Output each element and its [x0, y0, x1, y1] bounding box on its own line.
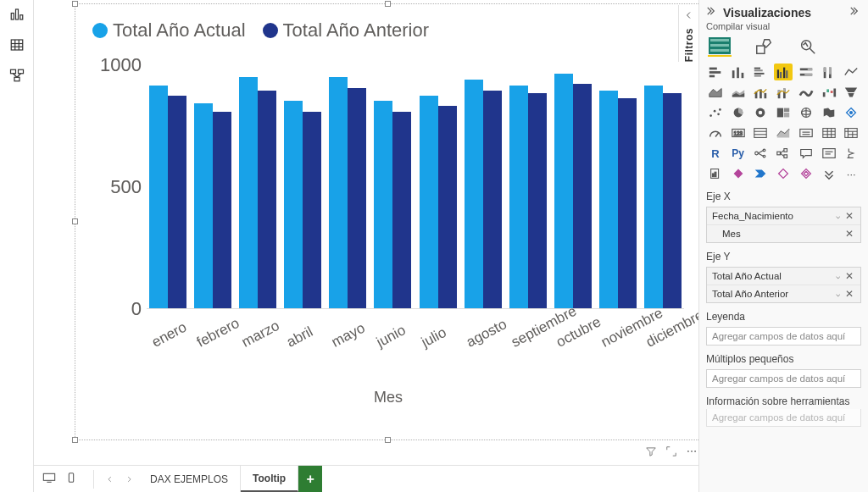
expand-filters-icon[interactable] — [684, 10, 694, 23]
viz-powerapps-icon[interactable] — [729, 165, 748, 182]
viz-powerautomate-icon[interactable] — [751, 165, 770, 182]
viz-line-stacked-column-icon[interactable] — [774, 84, 793, 101]
viz-custom-2-icon[interactable] — [797, 165, 815, 182]
viz-area-icon[interactable] — [706, 84, 725, 101]
focus-mode-icon[interactable] — [665, 445, 677, 460]
viz-kpi-icon[interactable] — [774, 124, 793, 141]
phone-preview-icon[interactable] — [64, 472, 78, 486]
bar-group[interactable] — [236, 77, 278, 308]
viz-filled-map-icon[interactable] — [820, 104, 838, 121]
bar-group[interactable] — [598, 91, 639, 308]
legend-item-1[interactable]: Total Año Actual — [92, 19, 246, 41]
viz-donut-icon[interactable] — [751, 104, 770, 121]
remove-field-icon[interactable]: ✕ — [843, 228, 855, 240]
bar-group[interactable] — [507, 86, 548, 309]
eje-x-well[interactable]: Fecha_Nacimiento ⌵ ✕ Mes ✕ — [706, 207, 861, 243]
bar-group[interactable] — [147, 86, 188, 309]
bar-series-2[interactable] — [392, 112, 411, 309]
remove-field-icon[interactable]: ✕ — [843, 270, 855, 282]
remove-field-icon[interactable]: ✕ — [843, 288, 855, 300]
bar-group[interactable] — [327, 77, 369, 308]
viz-qna-icon[interactable] — [797, 145, 815, 162]
viz-multirow-card-icon[interactable] — [751, 124, 770, 141]
viz-matrix-icon[interactable] — [842, 124, 860, 141]
viz-py-icon[interactable]: Py — [729, 145, 748, 162]
field-total-ano-actual[interactable]: Total Año Actual ⌵ ✕ — [707, 268, 860, 285]
report-view-icon[interactable] — [8, 5, 26, 24]
bar-series-1[interactable] — [420, 96, 438, 308]
data-view-icon[interactable] — [8, 36, 26, 54]
field-mes[interactable]: Mes ✕ — [707, 225, 860, 242]
bar-series-2[interactable] — [663, 93, 682, 308]
viz-tab-analytics[interactable] — [796, 36, 820, 57]
bar-group[interactable] — [643, 86, 684, 309]
viz-line-icon[interactable] — [842, 64, 860, 80]
viz-table-icon[interactable] — [820, 124, 838, 141]
expand-pane-icon[interactable] — [849, 5, 861, 19]
bar-group[interactable] — [192, 103, 233, 308]
viz-card-icon[interactable]: 123 — [729, 124, 748, 141]
bar-series-2[interactable] — [573, 84, 592, 308]
viz-clustered-column-icon[interactable] — [774, 64, 793, 80]
plot-area[interactable] — [147, 47, 684, 309]
legend-item-2[interactable]: Total Año Anterior — [263, 19, 429, 41]
viz-treemap-icon[interactable] — [774, 104, 793, 121]
viz-r-icon[interactable]: R — [706, 145, 725, 162]
bar-series-1[interactable] — [509, 86, 528, 309]
bar-series-1[interactable] — [329, 77, 348, 308]
bar-series-2[interactable] — [438, 106, 457, 308]
canvas-area[interactable]: Total Año Actual Total Año Anterior 1000… — [34, 0, 698, 465]
viz-paginated-report-icon[interactable] — [706, 165, 725, 182]
viz-clustered-bar-icon[interactable] — [751, 64, 770, 80]
bar-series-2[interactable] — [258, 91, 276, 308]
bar-group[interactable] — [282, 101, 324, 308]
viz-key-influencers-icon[interactable] — [751, 145, 770, 162]
bar-series-1[interactable] — [374, 101, 392, 308]
bar-series-2[interactable] — [348, 88, 366, 308]
bar-series-1[interactable] — [644, 86, 663, 309]
chart-visual[interactable]: Total Año Actual Total Año Anterior 1000… — [75, 3, 698, 440]
bar-group[interactable] — [372, 101, 414, 308]
field-fecha-nacimiento[interactable]: Fecha_Nacimiento ⌵ ✕ — [707, 207, 860, 225]
bar-series-1[interactable] — [149, 86, 168, 309]
more-options-icon[interactable] — [686, 445, 698, 460]
add-page-button[interactable]: + — [298, 466, 322, 492]
viz-get-more-icon[interactable] — [820, 165, 838, 182]
viz-tab-build[interactable] — [708, 36, 732, 57]
viz-100-stacked-bar-icon[interactable] — [797, 64, 815, 80]
viz-scatter-icon[interactable] — [706, 104, 725, 121]
viz-smart-narrative-icon[interactable] — [820, 145, 838, 162]
viz-stacked-column-icon[interactable] — [729, 64, 748, 80]
viz-stacked-bar-icon[interactable] — [706, 64, 725, 80]
bar-series-2[interactable] — [483, 91, 502, 308]
bar-group[interactable] — [553, 74, 594, 308]
bar-series-1[interactable] — [465, 80, 483, 308]
tab-dax-ejemplos[interactable]: DAX EJEMPLOS — [138, 466, 241, 492]
viz-more-icon[interactable]: ··· — [842, 165, 860, 182]
bar-series-2[interactable] — [618, 98, 637, 308]
chevron-down-icon[interactable]: ⌵ — [836, 290, 840, 298]
viz-ribbon-icon[interactable] — [797, 84, 815, 101]
bar-series-1[interactable] — [599, 91, 618, 308]
viz-100-stacked-column-icon[interactable] — [820, 64, 838, 80]
viz-azure-map-icon[interactable] — [842, 104, 860, 121]
chevron-down-icon[interactable]: ⌵ — [836, 212, 840, 220]
multiplos-well[interactable]: Agregar campos de datos aquí — [706, 369, 861, 388]
bar-series-2[interactable] — [168, 96, 186, 308]
viz-line-clustered-column-icon[interactable] — [751, 84, 770, 101]
tab-nav-prev-icon[interactable] — [101, 466, 120, 492]
model-view-icon[interactable] — [8, 66, 26, 85]
remove-field-icon[interactable]: ✕ — [843, 210, 855, 222]
viz-pie-icon[interactable] — [729, 104, 748, 121]
viz-gauge-icon[interactable] — [706, 124, 725, 141]
filters-pane-collapsed[interactable]: Filtros — [678, 5, 698, 62]
viz-waterfall-icon[interactable] — [820, 84, 838, 101]
bar-series-1[interactable] — [284, 101, 303, 308]
filter-icon[interactable] — [645, 445, 657, 460]
viz-map-icon[interactable] — [797, 104, 815, 121]
bar-series-1[interactable] — [239, 77, 258, 308]
bar-group[interactable] — [462, 80, 504, 308]
tooltip-well[interactable]: Agregar campos de datos aquí — [706, 409, 861, 427]
leyenda-well[interactable]: Agregar campos de datos aquí — [706, 327, 861, 346]
chevron-down-icon[interactable]: ⌵ — [836, 272, 840, 280]
